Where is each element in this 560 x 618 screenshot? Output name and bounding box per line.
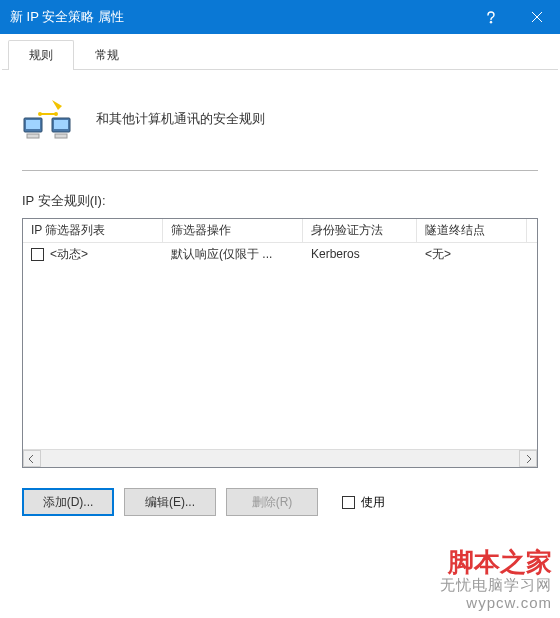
- window-title: 新 IP 安全策略 属性: [10, 8, 468, 26]
- horizontal-scrollbar[interactable]: [23, 449, 537, 467]
- column-header-filter-action[interactable]: 筛选器操作: [163, 219, 303, 242]
- buttons-row: 添加(D)... 编辑(E)... 删除(R) 使用: [22, 488, 538, 516]
- titlebar: 新 IP 安全策略 属性: [0, 0, 560, 34]
- svg-rect-8: [27, 134, 39, 138]
- cell-tunnel-endpoint: <无>: [417, 246, 527, 263]
- scroll-right-button[interactable]: [519, 450, 537, 467]
- listview-body: <动态> 默认响应(仅限于 ... Kerberos <无>: [23, 243, 537, 449]
- computers-icon: [22, 96, 74, 142]
- svg-rect-10: [54, 120, 68, 129]
- row-checkbox[interactable]: [31, 248, 44, 261]
- svg-point-0: [490, 21, 492, 23]
- scroll-left-button[interactable]: [23, 450, 41, 467]
- svg-rect-7: [26, 120, 40, 129]
- dialog-window: 新 IP 安全策略 属性 规则 常规: [0, 0, 560, 618]
- watermark: 脚本之家 无忧电脑学习网 wypcw.com: [440, 550, 552, 612]
- watermark-url: wypcw.com: [440, 594, 552, 612]
- svg-rect-11: [55, 134, 67, 138]
- watermark-red: 脚本之家: [440, 550, 552, 576]
- cell-auth-method: Kerberos: [303, 247, 417, 261]
- svg-point-4: [38, 112, 42, 116]
- add-button[interactable]: 添加(D)...: [22, 488, 114, 516]
- scroll-track[interactable]: [41, 450, 519, 467]
- watermark-grey: 无忧电脑学习网: [440, 576, 552, 594]
- use-wizard-row[interactable]: 使用: [342, 494, 385, 511]
- use-wizard-label: 使用: [361, 494, 385, 511]
- cell-filter-list-text: <动态>: [50, 246, 88, 263]
- chevron-left-icon: [28, 455, 36, 463]
- use-wizard-checkbox[interactable]: [342, 496, 355, 509]
- edit-button[interactable]: 编辑(E)...: [124, 488, 216, 516]
- cell-filter-action: 默认响应(仅限于 ...: [163, 246, 303, 263]
- intro-row: 和其他计算机通讯的安全规则: [22, 96, 538, 142]
- close-button[interactable]: [514, 0, 560, 34]
- listview-header: IP 筛选器列表 筛选器操作 身份验证方法 隧道终结点: [23, 219, 537, 243]
- tabstrip: 规则 常规: [2, 40, 558, 70]
- cell-filter-list: <动态>: [23, 246, 163, 263]
- delete-button[interactable]: 删除(R): [226, 488, 318, 516]
- table-row[interactable]: <动态> 默认响应(仅限于 ... Kerberos <无>: [23, 243, 537, 265]
- help-icon: [484, 10, 498, 24]
- tab-rules[interactable]: 规则: [8, 40, 74, 70]
- rules-listview[interactable]: IP 筛选器列表 筛选器操作 身份验证方法 隧道终结点 <动态> 默认响应(仅限…: [22, 218, 538, 468]
- column-header-filter-list[interactable]: IP 筛选器列表: [23, 219, 163, 242]
- help-button[interactable]: [468, 0, 514, 34]
- rules-section-label: IP 安全规则(I):: [22, 192, 538, 210]
- column-header-auth-method[interactable]: 身份验证方法: [303, 219, 417, 242]
- intro-text: 和其他计算机通讯的安全规则: [96, 110, 265, 128]
- svg-point-5: [54, 112, 58, 116]
- column-header-tunnel-endpoint[interactable]: 隧道终结点: [417, 219, 527, 242]
- tab-general[interactable]: 常规: [74, 40, 140, 70]
- close-icon: [531, 11, 543, 23]
- chevron-right-icon: [524, 455, 532, 463]
- tab-panel-rules: 和其他计算机通讯的安全规则 IP 安全规则(I): IP 筛选器列表 筛选器操作…: [0, 70, 560, 516]
- divider: [22, 170, 538, 172]
